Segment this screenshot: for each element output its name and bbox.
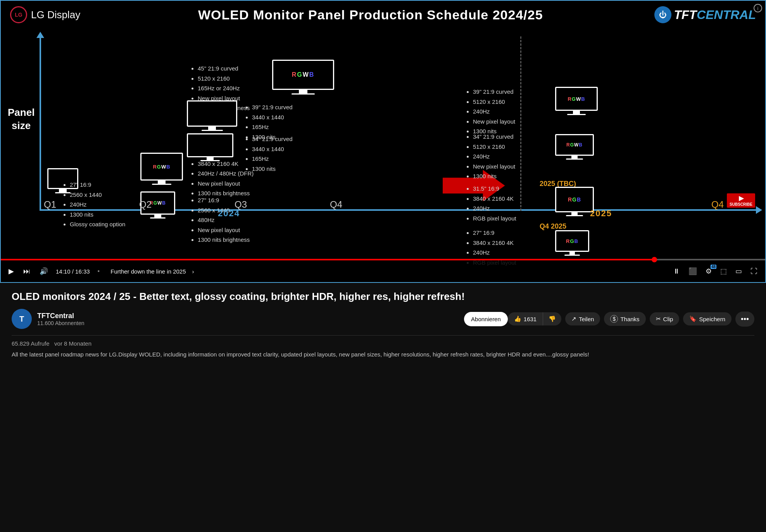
time-ago: vor 8 Monaten	[54, 340, 91, 347]
clip-button[interactable]: ✂ Clip	[650, 312, 680, 325]
like-dislike-group: 👍 1631 👎	[508, 312, 561, 325]
lg-display-label: LG Display	[31, 9, 80, 21]
q1-label: Q1	[2, 199, 98, 210]
spec-34-2025: 34" 21:9 curved 5120 x 2160 240Hz New pi…	[466, 132, 515, 181]
channel-subs: 11.600 Abonnenten	[37, 320, 456, 326]
pause-button[interactable]: ⏸	[671, 267, 681, 275]
save-button[interactable]: 🔖 Speichern	[683, 312, 731, 325]
video-chart-title: WOLED Monitor Panel Production Schedule …	[198, 7, 543, 22]
spec-27-q1-glossy: Glossy coating option	[70, 219, 125, 229]
clip-label: Clip	[663, 316, 673, 322]
spec-39-2025: 39" 21:9 curved 5120 x 2160 240Hz New pi…	[466, 87, 515, 136]
thanks-button[interactable]: $ Thanks	[604, 312, 645, 326]
channel-avatar: T	[12, 309, 32, 329]
info-icon[interactable]: i	[754, 4, 762, 12]
spec-27-q1-res: 2560 x 1440	[70, 190, 125, 200]
spec-27-q1-size: 27" 16:9	[70, 180, 125, 190]
q2-label: Q2	[98, 199, 193, 210]
spec-27-q1-nits: 1300 nits	[70, 210, 125, 220]
chart-area: Panelsize 27" 16:9 2560 x 1440 240Hz 130	[1, 29, 765, 234]
share-button[interactable]: ↗ Teilen	[565, 312, 600, 325]
controls-bar[interactable]: ▶ ⏭ 🔊 14:10 / 16:33 • Further down the l…	[1, 259, 765, 282]
share-label: Teilen	[579, 316, 594, 322]
video-player[interactable]: LG LG Display WOLED Monitor Panel Produc…	[0, 0, 766, 283]
thanks-icon: $	[610, 315, 618, 323]
panel-39-q3-monitor	[187, 100, 237, 131]
fullscreen-button[interactable]: ⛶	[749, 267, 759, 275]
time-display: 14:10 / 16:33	[56, 268, 90, 275]
panel-size-label: Panelsize	[8, 106, 35, 133]
dislike-icon: 👎	[549, 315, 556, 322]
year-2024: 2024	[218, 208, 240, 219]
chart-title-text: WOLED Monitor Panel Production Schedule …	[198, 7, 543, 22]
spec-34-q3: 34" 21:9 curved 3440 x 1440 165Hz 1300 n…	[245, 134, 293, 174]
yt-subscribe-badge[interactable]: ▶ SUBSCRIBE	[727, 193, 755, 208]
subscribe-button[interactable]: Abonnieren	[464, 312, 508, 326]
video-title-main: OLED monitors 2024 / 25 - Better text, g…	[12, 291, 754, 303]
quarter-labels: Q1 Q2 Q3 Q4 Q4	[2, 199, 765, 210]
share-icon: ↗	[571, 315, 576, 322]
lg-circle-icon: LG	[10, 6, 27, 23]
controls-right: ⏸ ⬛ ⚙ 48 ⬚ ▭ ⛶	[671, 267, 759, 275]
next-button[interactable]: ⏭	[22, 267, 32, 275]
q3-label: Q3	[193, 199, 288, 210]
save-label: Speichern	[699, 316, 725, 322]
time-current: 14:10	[56, 268, 71, 275]
dislike-button[interactable]: 👎	[543, 312, 561, 325]
panel-27-2025-monitor: RGB	[555, 230, 589, 256]
dashed-divider	[520, 36, 521, 211]
play-button[interactable]: ▶	[7, 267, 16, 275]
lg-logo: LG LG Display	[10, 6, 86, 23]
divider	[12, 335, 754, 336]
yt-subscribe-label: SUBSCRIBE	[730, 202, 752, 207]
y-axis	[40, 36, 41, 211]
chapter-label: Further down the line in 2025	[110, 268, 186, 275]
channel-row: T TFTCentral 11.600 Abonnenten Abonniere…	[12, 309, 754, 329]
subtitles-button[interactable]: ⬛	[687, 267, 699, 275]
central-label: CENTRAL	[697, 8, 756, 22]
more-button[interactable]: •••	[735, 312, 754, 327]
panel-34-2025-monitor: RGWB	[555, 134, 594, 160]
clip-icon: ✂	[656, 315, 661, 322]
tft-logo: ⏻ TFTCENTRAL	[654, 6, 756, 23]
video-header: LG LG Display WOLED Monitor Panel Produc…	[1, 1, 765, 29]
channel-name[interactable]: TFTCentral	[37, 312, 456, 320]
like-icon: 👍	[514, 315, 521, 322]
settings-button[interactable]: ⚙ 48	[704, 267, 713, 275]
action-buttons: 👍 1631 👎 ↗ Teilen $ Thanks ✂ Clip �	[508, 312, 754, 327]
progress-bar[interactable]	[1, 259, 765, 260]
video-content: LG LG Display WOLED Monitor Panel Produc…	[1, 1, 765, 282]
time-total: 16:33	[75, 268, 90, 275]
thanks-label: Thanks	[620, 316, 639, 322]
miniplayer-button[interactable]: ⬚	[719, 267, 728, 275]
panel-34-q3-monitor	[187, 133, 233, 161]
volume-button[interactable]: 🔊	[38, 267, 50, 275]
settings-quality: 48	[711, 265, 716, 269]
year-2025: 2025	[590, 208, 612, 219]
badge-q4-2025: Q4 2025	[540, 222, 566, 231]
tft-text: TFTCENTRAL	[674, 8, 756, 22]
tft-power-icon: ⏻	[654, 6, 671, 23]
save-icon: 🔖	[689, 315, 697, 322]
progress-played	[1, 259, 654, 260]
view-count: 65.829 Aufrufe	[12, 340, 50, 347]
video-stats: 65.829 Aufrufe vor 8 Monaten	[12, 340, 754, 347]
channel-info: TFTCentral 11.600 Abonnenten	[37, 312, 456, 326]
like-button[interactable]: 👍 1631	[508, 312, 543, 325]
video-description: All the latest panel roadmap news for LG…	[12, 350, 754, 359]
below-video: OLED monitors 2024 / 25 - Better text, g…	[0, 283, 766, 367]
panel-39-2025-monitor: RGWB	[555, 87, 598, 115]
chapter-arrow-icon: ›	[192, 268, 194, 275]
panel-31-q2-monitor: RGWB	[140, 153, 183, 185]
controls-bottom: ▶ ⏭ 🔊 14:10 / 16:33 • Further down the l…	[1, 260, 765, 282]
panel-45-q3-monitor: RGWB	[272, 60, 334, 95]
theater-button[interactable]: ▭	[734, 267, 744, 275]
q4-label: Q4	[288, 199, 384, 210]
tft-label: TFT	[674, 8, 697, 22]
like-count: 1631	[524, 316, 537, 322]
progress-dot	[652, 257, 657, 262]
